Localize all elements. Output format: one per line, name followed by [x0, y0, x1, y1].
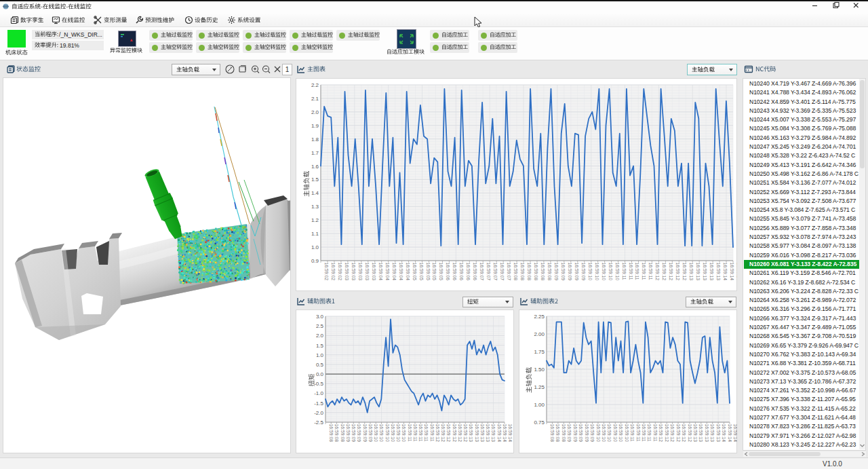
svg-text:16:59:13: 16:59:13	[696, 263, 701, 281]
svg-text:16:59:07: 16:59:07	[479, 263, 484, 281]
svg-text:1.1: 1.1	[311, 231, 319, 237]
svg-text:16:59:09: 16:59:09	[561, 263, 566, 281]
svg-text:16:59:13: 16:59:13	[703, 263, 707, 281]
svg-text:16:59:08: 16:59:08	[534, 263, 538, 281]
svg-text:1.00: 1.00	[534, 402, 545, 408]
svg-text:16:59:12: 16:59:12	[682, 424, 686, 443]
svg-text:16:59:11: 16:59:11	[630, 424, 635, 442]
svg-text:16:59:09: 16:59:09	[351, 424, 356, 443]
svg-text:16:59:11: 16:59:11	[635, 263, 639, 280]
svg-text:16:59:08: 16:59:08	[561, 424, 566, 443]
svg-text:16:59:10: 16:59:10	[615, 263, 620, 281]
svg-text:16:59:10: 16:59:10	[596, 424, 601, 443]
svg-text:16:59:03: 16:59:03	[372, 263, 376, 281]
svg-text:16:59:12: 16:59:12	[658, 424, 663, 443]
svg-text:16:59:10: 16:59:10	[595, 263, 599, 281]
svg-text:2.00: 2.00	[534, 331, 545, 337]
svg-text:16:59:09: 16:59:09	[368, 424, 373, 443]
svg-text:16:59:13: 16:59:13	[716, 424, 721, 443]
svg-text:0.5: 0.5	[316, 362, 324, 368]
svg-text:16:59:04: 16:59:04	[378, 263, 383, 281]
svg-text:16:59:12: 16:59:12	[446, 424, 451, 443]
svg-text:16:59:12: 16:59:12	[675, 263, 680, 281]
svg-text:16:59:14: 16:59:14	[502, 424, 507, 443]
svg-text:16:59:09: 16:59:09	[567, 424, 572, 443]
svg-text:0.75: 0.75	[534, 419, 545, 426]
svg-text:16:59:06: 16:59:06	[473, 263, 477, 281]
svg-text:16:59:13: 16:59:13	[716, 263, 721, 281]
svg-text:16:59:14: 16:59:14	[736, 263, 737, 281]
svg-text:16:59:10: 16:59:10	[396, 424, 401, 443]
svg-text:16:59:10: 16:59:10	[608, 263, 613, 281]
svg-text:16:59:10: 16:59:10	[618, 424, 623, 443]
svg-text:16:59:07: 16:59:07	[500, 263, 505, 281]
svg-text:16:59:13: 16:59:13	[491, 424, 496, 443]
svg-text:1.5: 1.5	[316, 343, 324, 349]
svg-text:16:59:09: 16:59:09	[357, 424, 361, 443]
svg-text:16:59:05: 16:59:05	[439, 263, 443, 281]
svg-text:16:59:11: 16:59:11	[653, 424, 658, 442]
svg-text:1.7: 1.7	[311, 150, 319, 156]
svg-text:16:59:12: 16:59:12	[682, 263, 687, 281]
svg-text:16:59:12: 16:59:12	[435, 424, 440, 443]
svg-text:1.3: 1.3	[311, 204, 319, 210]
svg-text:16:59:06: 16:59:06	[446, 263, 450, 281]
svg-text:16:59:09: 16:59:09	[578, 424, 583, 443]
svg-text:16:59:05: 16:59:05	[432, 263, 437, 281]
svg-text:16:59:04: 16:59:04	[399, 263, 403, 281]
svg-text:16:59:11: 16:59:11	[642, 424, 646, 442]
svg-text:1.9: 1.9	[311, 123, 319, 129]
svg-text:16:59:10: 16:59:10	[613, 424, 618, 443]
svg-text:16:59:08: 16:59:08	[520, 263, 525, 281]
svg-text:16:59:02: 16:59:02	[338, 263, 342, 281]
svg-text:2.25: 2.25	[534, 314, 545, 320]
svg-text:1.0: 1.0	[316, 352, 324, 358]
svg-text:16:59:04: 16:59:04	[385, 263, 390, 281]
svg-text:16:59:10: 16:59:10	[607, 424, 612, 443]
svg-text:1.6: 1.6	[311, 164, 319, 170]
svg-text:16:59:12: 16:59:12	[452, 424, 457, 443]
svg-text:16:59:14: 16:59:14	[497, 424, 502, 443]
svg-text:16:59:03: 16:59:03	[365, 263, 370, 281]
svg-text:16:59:12: 16:59:12	[665, 424, 669, 443]
svg-text:16:59:14: 16:59:14	[722, 424, 726, 443]
svg-text:16:59:14: 16:59:14	[730, 263, 734, 281]
svg-text:16:59:10: 16:59:10	[601, 263, 606, 281]
svg-text:-2.0: -2.0	[314, 410, 323, 416]
svg-text:16:59:12: 16:59:12	[669, 263, 673, 281]
svg-text:-1.5: -1.5	[314, 400, 323, 407]
svg-text:16:59:09: 16:59:09	[585, 424, 589, 443]
svg-text:1.0: 1.0	[311, 244, 319, 250]
svg-text:16:59:11: 16:59:11	[647, 424, 652, 442]
svg-text:16:59:08: 16:59:08	[329, 424, 334, 443]
svg-text:16:59:06: 16:59:06	[452, 263, 457, 281]
svg-text:16:59:09: 16:59:09	[346, 424, 351, 443]
svg-text:16:59:14: 16:59:14	[723, 263, 728, 281]
svg-text:16:59:11: 16:59:11	[424, 424, 429, 442]
svg-text:16:59:13: 16:59:13	[480, 424, 485, 443]
svg-text:16:59:10: 16:59:10	[379, 424, 384, 443]
svg-text:16:59:12: 16:59:12	[441, 424, 446, 443]
svg-text:16:59:08: 16:59:08	[340, 424, 345, 443]
svg-text:16:59:10: 16:59:10	[588, 263, 593, 281]
svg-text:16:59:11: 16:59:11	[642, 263, 646, 280]
svg-text:16:59:11: 16:59:11	[648, 263, 653, 280]
svg-text:16:59:11: 16:59:11	[430, 424, 435, 442]
svg-text:0.9: 0.9	[311, 258, 319, 264]
svg-text:3.0: 3.0	[316, 314, 324, 320]
svg-text:16:59:11: 16:59:11	[629, 263, 633, 280]
svg-text:16:59:12: 16:59:12	[670, 424, 675, 443]
svg-text:16:59:12: 16:59:12	[458, 424, 462, 443]
svg-text:16:59:07: 16:59:07	[507, 263, 511, 281]
svg-text:16:59:14: 16:59:14	[508, 424, 513, 443]
svg-text:16:59:10: 16:59:10	[601, 424, 606, 443]
svg-text:16:59:09: 16:59:09	[590, 424, 595, 443]
svg-text:16:59:09: 16:59:09	[554, 263, 559, 281]
svg-text:16:59:11: 16:59:11	[636, 424, 641, 442]
svg-text:16:59:09: 16:59:09	[573, 424, 578, 443]
svg-text:16:59:10: 16:59:10	[625, 424, 629, 443]
svg-text:2.5: 2.5	[316, 323, 324, 329]
svg-text:16:59:05: 16:59:05	[419, 263, 424, 281]
svg-text:16:59:06: 16:59:06	[459, 263, 464, 281]
svg-text:16:59:13: 16:59:13	[710, 424, 715, 443]
